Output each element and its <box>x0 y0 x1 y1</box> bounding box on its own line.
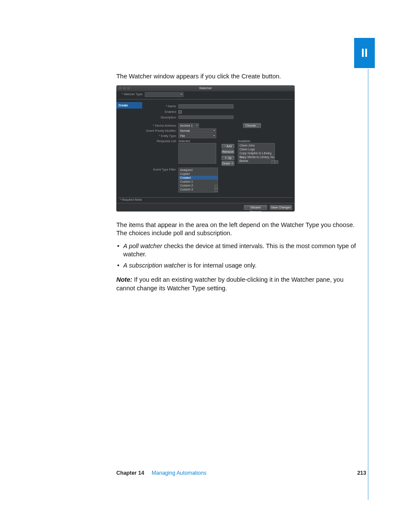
scroll-right-icon[interactable] <box>275 160 278 164</box>
choose-button[interactable]: Choose… <box>243 123 261 128</box>
list-item[interactable]: Delete Always <box>238 163 274 164</box>
label-enabled: Enabled: <box>142 110 177 114</box>
label-name: * Name: <box>142 104 177 108</box>
list-item[interactable]: Copied <box>179 172 218 176</box>
window-footer: Discard Changes Save Changes <box>116 203 295 212</box>
enabled-checkbox[interactable] <box>178 110 182 114</box>
watcher-type-select[interactable] <box>145 92 184 97</box>
list-item[interactable]: Analyzed <box>179 168 218 172</box>
section-rule <box>368 69 368 500</box>
add-button[interactable]: + Add <box>221 144 234 149</box>
label-entity-type: * Entity Type: <box>142 134 177 138</box>
body-text: The items that appear in the area on the… <box>116 221 362 238</box>
bullet-list: A poll watcher checks the device at time… <box>116 242 362 270</box>
divider <box>118 197 293 198</box>
save-button[interactable]: Save Changes <box>270 205 292 210</box>
note-text: If you edit an existing watcher by doubl… <box>116 276 343 292</box>
label-response-list: Response List: <box>142 139 177 143</box>
list-item[interactable]: Custom 3 <box>179 187 218 191</box>
window-title: Watcher <box>199 86 212 90</box>
remove-button[interactable]: Remove − <box>221 149 234 154</box>
watcher-window: Watcher * Watcher Type: Create * Name: E… <box>116 85 295 212</box>
page-footer: Chapter 14 Managing Automations 213 <box>116 470 366 476</box>
device-address-select[interactable]: Archive 1 <box>178 123 199 128</box>
note-paragraph: Note: If you edit an existing watcher by… <box>116 276 362 292</box>
scroll-left-icon[interactable] <box>271 160 275 164</box>
label-priority: Event Priority Modifier: <box>142 129 177 133</box>
list-item[interactable]: Custom 2 <box>179 184 218 187</box>
list-item[interactable]: Deleted <box>179 191 218 193</box>
list-item[interactable]: Copy Graphic to Library, No <box>238 151 274 155</box>
label-device-address: * Device Address: <box>142 124 177 128</box>
discard-button[interactable]: Discard Changes <box>244 205 267 210</box>
list-item: A subscription watcher is for internal u… <box>116 261 362 270</box>
list-item[interactable]: Clean Logs <box>238 147 274 151</box>
scroll-up-icon[interactable] <box>215 185 218 188</box>
list-item[interactable]: Created <box>179 176 218 180</box>
description-field[interactable] <box>178 115 234 119</box>
intro-text: The Watcher window appears if you click … <box>116 72 362 81</box>
label-description: Description: <box>142 115 177 119</box>
selected-list[interactable] <box>178 143 216 164</box>
note-label: Note: <box>116 276 132 283</box>
priority-select[interactable]: Normal <box>178 128 216 133</box>
footer-title: Managing Automations <box>152 470 206 476</box>
footer-page-number: 213 <box>357 470 366 476</box>
name-field[interactable] <box>178 104 234 109</box>
entity-type-select[interactable]: File <box>178 134 216 138</box>
up-button[interactable]: ⬆ Up <box>221 156 234 160</box>
list-item[interactable]: Copy Media to Library, No C <box>238 155 274 159</box>
close-icon[interactable] <box>118 87 121 90</box>
required-fields-note: * Required fields <box>120 198 142 202</box>
list-item[interactable]: Delete <box>238 159 274 163</box>
divider <box>118 99 293 100</box>
label-watcher-type: * Watcher Type: <box>116 92 143 96</box>
minimize-icon[interactable] <box>123 87 126 90</box>
event-type-filter-list[interactable]: AnalyzedCopiedCreatedCustom 1Custom 2Cus… <box>178 168 218 193</box>
zoom-icon[interactable] <box>127 87 130 90</box>
section-tab: II <box>354 38 375 68</box>
label-event-filter: Event Type Filter: <box>142 168 177 171</box>
down-button[interactable]: Down ⬇ <box>221 161 234 166</box>
watcher-sidebar: Create <box>116 102 142 212</box>
window-titlebar: Watcher <box>116 85 295 91</box>
available-list[interactable]: Clean JobsClean LogsCopy Graphic to Libr… <box>238 143 275 164</box>
list-item[interactable]: Clean Jobs <box>238 143 274 147</box>
list-item[interactable]: Custom 1 <box>179 180 218 184</box>
footer-chapter: Chapter 14 <box>116 470 144 476</box>
scroll-down-icon[interactable] <box>215 188 218 192</box>
sidebar-item-create[interactable]: Create <box>116 102 142 109</box>
list-item: A poll watcher checks the device at time… <box>116 242 362 259</box>
